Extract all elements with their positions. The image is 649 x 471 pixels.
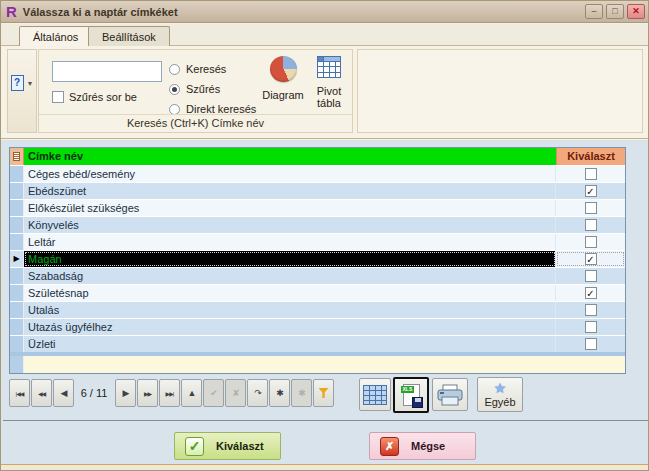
tab-strip: Általános Beállítások — [1, 24, 649, 46]
row-checkbox[interactable] — [585, 219, 597, 231]
radio-button-icon[interactable] — [169, 84, 180, 95]
x-icon: ✗ — [380, 437, 399, 456]
labels-grid: Címke név Kiválaszt Céges ebéd/eseményEb… — [9, 147, 626, 374]
row-checkbox-cell[interactable]: ✓ — [556, 251, 625, 267]
table-row[interactable]: Születésnap✓ — [10, 284, 625, 301]
row-checkbox[interactable] — [585, 236, 597, 248]
next-record-button[interactable]: ▶ — [115, 379, 136, 407]
table-row[interactable]: Üzleti — [10, 335, 625, 352]
row-label[interactable]: Ebédszünet — [24, 183, 556, 199]
table-row[interactable]: Könyvelés — [10, 216, 625, 233]
prior-record-button[interactable]: ◀ — [53, 379, 74, 407]
table-row[interactable]: Utalás — [10, 301, 625, 318]
check-icon: ✓ — [185, 437, 204, 456]
row-label[interactable]: Előkészület szükséges — [24, 200, 556, 216]
row-checkbox[interactable] — [585, 338, 597, 350]
radio-szures[interactable]: Szűrés — [169, 83, 220, 95]
filter-row-label: Szűrés sor be — [69, 91, 137, 103]
row-checkbox-cell[interactable] — [556, 268, 625, 284]
tab-settings[interactable]: Beállítások — [88, 26, 170, 47]
tab-general[interactable]: Általános — [19, 26, 92, 48]
table-row[interactable]: Előkészület szükséges — [10, 199, 625, 216]
row-checkbox[interactable]: ✓ — [585, 253, 597, 265]
row-checkbox[interactable] — [585, 168, 597, 180]
pivot-grid-icon — [317, 56, 341, 78]
table-row[interactable]: Ebédszünet✓ — [10, 182, 625, 199]
minimize-button[interactable]: – — [585, 4, 603, 19]
star-icon: ★ — [494, 381, 507, 395]
grid-footer-row — [10, 356, 625, 373]
row-label[interactable]: Leltár — [24, 234, 556, 250]
refresh-button[interactable]: ↷ — [247, 379, 268, 407]
row-checkbox-cell[interactable] — [556, 166, 625, 182]
last-record-button[interactable]: ▶▶| — [159, 379, 180, 407]
maximize-button[interactable]: □ — [606, 4, 624, 19]
filter-button[interactable] — [313, 379, 334, 407]
row-label[interactable]: Könyvelés — [24, 217, 556, 233]
radio-kereses[interactable]: Keresés — [169, 63, 226, 75]
print-button[interactable] — [432, 378, 468, 411]
grid-corner-cell[interactable] — [10, 148, 24, 165]
first-record-button[interactable]: |◀◀ — [9, 379, 30, 407]
row-checkbox-cell[interactable]: ✓ — [556, 183, 625, 199]
help-button[interactable]: ? ▼ — [11, 75, 34, 91]
row-indicator — [10, 336, 24, 352]
row-checkbox[interactable]: ✓ — [585, 287, 597, 299]
chevron-down-icon: ▼ — [27, 80, 34, 87]
grid-footer-filter-row[interactable] — [24, 356, 625, 373]
row-checkbox[interactable] — [585, 321, 597, 333]
row-checkbox-cell[interactable] — [556, 319, 625, 335]
grid-view-button[interactable] — [359, 378, 391, 411]
row-checkbox[interactable] — [585, 270, 597, 282]
row-checkbox-cell[interactable] — [556, 217, 625, 233]
pivot-table-button[interactable]: Pivot tábla — [307, 56, 351, 109]
row-checkbox[interactable] — [585, 304, 597, 316]
empty-ribbon-panel — [357, 49, 643, 133]
export-xls-button[interactable]: XLS — [393, 377, 429, 413]
row-indicator: ▶ — [10, 251, 24, 267]
row-checkbox[interactable] — [585, 202, 597, 214]
table-row[interactable]: Utazás ügyfélhez — [10, 318, 625, 335]
table-row[interactable]: Leltár — [10, 233, 625, 250]
row-label[interactable]: Születésnap — [24, 285, 556, 301]
record-navigator: |◀◀◀◀◀ 6 / 11 ▶▶▶▶▶|▲✔✘↷✱✱ XLS ★ — [1, 377, 649, 415]
search-input[interactable] — [52, 61, 162, 82]
other-button[interactable]: ★ Egyéb — [477, 377, 523, 412]
prior-page-button[interactable]: ◀◀ — [31, 379, 52, 407]
column-header-select[interactable]: Kiválaszt — [556, 148, 625, 165]
row-label[interactable]: Céges ebéd/esemény — [24, 166, 556, 182]
filter-row-checkbox[interactable] — [52, 91, 64, 103]
radio-button-icon[interactable] — [169, 64, 180, 75]
table-row[interactable]: Szabadság — [10, 267, 625, 284]
dialog-window: R Válassza ki a naptár címkéket – □ ✕ Ál… — [0, 0, 649, 471]
search-group: Szűrés sor be Keresés Szűrés Direkt kere… — [38, 49, 353, 133]
table-row[interactable]: Céges ebéd/esemény — [10, 165, 625, 182]
cancel-edit-button: ✘ — [225, 379, 246, 407]
column-header-label[interactable]: Címke név — [24, 148, 556, 165]
select-button[interactable]: ✓ Kiválaszt — [174, 432, 281, 460]
row-label[interactable]: Üzleti — [24, 336, 556, 352]
table-body: Céges ebéd/eseményEbédszünet✓Előkészület… — [10, 165, 625, 352]
cancel-button[interactable]: ✗ Mégse — [369, 432, 476, 460]
row-checkbox-cell[interactable] — [556, 302, 625, 318]
row-checkbox-cell[interactable] — [556, 234, 625, 250]
row-indicator — [10, 285, 24, 301]
edit-record-button[interactable]: ▲ — [181, 379, 202, 407]
close-button[interactable]: ✕ — [627, 4, 645, 19]
insert-record-button[interactable]: ✱ — [269, 379, 290, 407]
row-checkbox-cell[interactable]: ✓ — [556, 285, 625, 301]
row-label[interactable]: Magán — [24, 251, 556, 267]
row-checkbox-cell[interactable] — [556, 200, 625, 216]
row-checkbox[interactable]: ✓ — [585, 185, 597, 197]
radio-button-icon[interactable] — [169, 104, 180, 115]
next-page-button[interactable]: ▶▶ — [137, 379, 158, 407]
row-checkbox-cell[interactable] — [556, 336, 625, 352]
row-label[interactable]: Utazás ügyfélhez — [24, 319, 556, 335]
row-label[interactable]: Utalás — [24, 302, 556, 318]
printer-icon — [437, 384, 463, 406]
diagram-button[interactable]: Diagram — [261, 56, 305, 101]
filter-row-toggle[interactable]: Szűrés sor be — [52, 91, 137, 103]
row-label[interactable]: Szabadság — [24, 268, 556, 284]
table-row[interactable]: ▶Magán✓ — [10, 250, 625, 267]
row-indicator — [10, 166, 24, 182]
